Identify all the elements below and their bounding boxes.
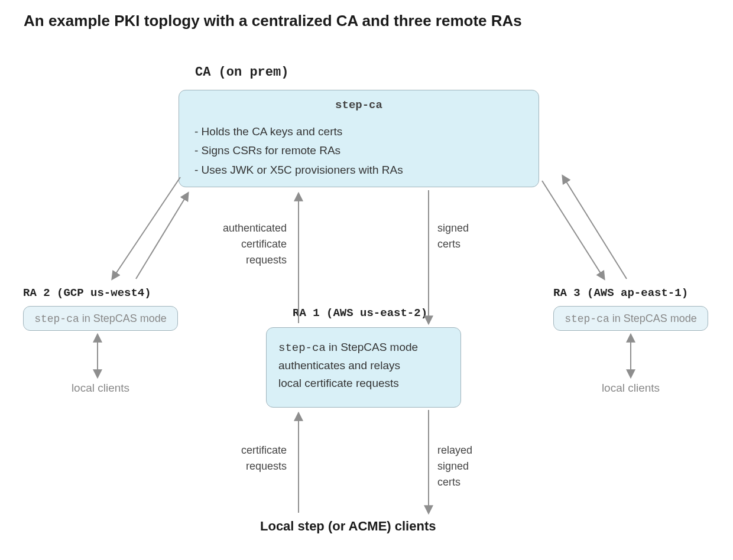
signed-certs-label: signed certs [437,220,469,252]
relayed-line2: signed [437,458,472,474]
ca-heading: CA (on prem) [195,65,288,80]
ca-box-title: step-ca [179,99,539,112]
ra1-line2: authenticates and relays [278,357,449,374]
cert-requests-label: certificate requests [210,442,287,474]
auth-req-line3: requests [198,252,287,268]
ra2-heading: RA 2 (GCP us-west4) [23,286,151,299]
diagram-title: An example PKI toplogy with a centralize… [24,12,522,30]
ca-box: step-ca - Holds the CA keys and certs - … [179,90,539,187]
auth-req-line2: certificate [198,236,287,252]
relayed-line1: relayed [437,442,472,458]
ra3-box: step-ca in StepCAS mode [553,306,708,331]
svg-line-2 [542,181,604,279]
ra3-box-rest: in StepCAS mode [609,312,697,324]
cert-req-line1: certificate [210,442,287,458]
relayed-line3: certs [437,474,472,490]
local-clients-label: Local step (or ACME) clients [260,519,436,534]
ca-box-bullets: - Holds the CA keys and certs - Signs CS… [194,122,403,180]
ca-bullet-2: - Signs CSRs for remote RAs [194,141,403,160]
signed-line2: certs [437,236,469,252]
ra3-clients-label: local clients [553,382,708,395]
ra2-box: step-ca in StepCAS mode [23,306,178,331]
ra1-box: step-ca in StepCAS mode authenticates an… [266,327,461,408]
cert-req-line2: requests [210,458,287,474]
ra3-box-code: step-ca [565,313,609,325]
signed-line1: signed [437,220,469,236]
auth-cert-requests-label: authenticated certificate requests [198,220,287,268]
ra1-box-code: step-ca [278,341,326,354]
ra3-heading: RA 3 (AWS ap-east-1) [553,286,688,299]
connector-arrows [0,0,733,560]
ra1-line3: local certificate requests [278,375,449,392]
ra2-clients-label: local clients [23,382,178,395]
relayed-certs-label: relayed signed certs [437,442,472,490]
svg-line-1 [136,193,188,279]
ra2-box-code: step-ca [34,313,79,325]
ra1-heading: RA 1 (AWS us-east-2) [293,307,427,320]
ca-bullet-3: - Uses JWK or X5C provisioners with RAs [194,161,403,180]
ra1-box-rest: in StepCAS mode [326,341,418,353]
auth-req-line1: authenticated [198,220,287,236]
svg-line-3 [563,176,627,279]
svg-line-0 [112,177,180,279]
ca-bullet-1: - Holds the CA keys and certs [194,122,403,141]
ra2-box-rest: in StepCAS mode [79,312,167,324]
